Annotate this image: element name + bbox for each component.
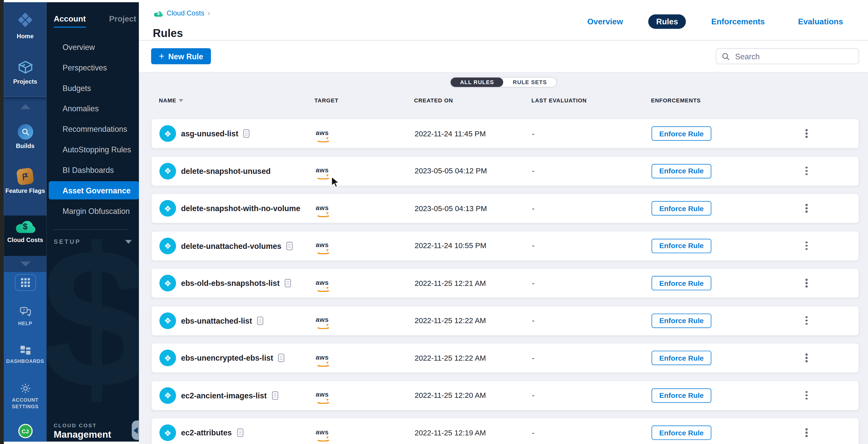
rail-item-home[interactable]: ❖ Home — [4, 11, 46, 39]
setup-section-toggle[interactable]: SETUP — [54, 238, 132, 245]
row-menu-button[interactable] — [798, 428, 815, 437]
rule-doc-icon[interactable] — [278, 354, 285, 362]
rail-collapse-section[interactable] — [4, 96, 46, 117]
sidebar-item-anomalies[interactable]: Anomalies — [46, 98, 139, 119]
collapse-up-icon — [20, 104, 30, 109]
rail-item-dashboards[interactable]: DASHBOARDS — [4, 345, 46, 365]
search-box — [716, 48, 859, 64]
aws-logo-icon: aws — [315, 167, 330, 177]
rule-name-cell: ❖ delete-unattached-volumes — [152, 237, 315, 254]
enforce-rule-button[interactable]: Enforce Rule — [652, 238, 712, 253]
builds-icon — [18, 124, 33, 140]
sidebar-item-autostopping-rules[interactable]: AutoStopping Rules — [46, 139, 139, 160]
table-row[interactable]: ❖ delete-unattached-volumes aws 2022-11-… — [151, 231, 859, 261]
rule-name: ebs-old-ebs-snapshots-list — [181, 279, 280, 288]
enforce-cell: Enforce Rule — [652, 388, 798, 403]
enforce-rule-button[interactable]: Enforce Rule — [652, 388, 712, 403]
rule-doc-icon[interactable] — [257, 316, 264, 325]
row-menu-button[interactable] — [798, 241, 815, 250]
ccm-sidebar: $ AccountProject OverviewPerspectivesBud… — [46, 2, 139, 442]
enforce-rule-button[interactable]: Enforce Rule — [652, 164, 712, 178]
new-rule-button[interactable]: + New Rule — [151, 48, 211, 64]
table-row[interactable]: ❖ ebs-old-ebs-snapshots-list aws 2022-11… — [151, 268, 859, 298]
table-header-row: NAME TARGET CREATED ON LAST EVALUATION E… — [151, 97, 859, 103]
table-row[interactable]: ❖ delete-snapshot-unused aws 2023-05-05 … — [151, 156, 859, 186]
enforce-cell: Enforce Rule — [652, 351, 798, 365]
rule-doc-icon[interactable] — [243, 129, 250, 138]
sidebar-item-perspectives[interactable]: Perspectives — [46, 57, 139, 78]
table-row[interactable]: ❖ asg-unused-list aws 2022-11-24 11:45 P… — [151, 119, 859, 149]
last-evaluation-cell: - — [532, 241, 652, 250]
rule-doc-icon[interactable] — [237, 428, 243, 437]
row-menu-button[interactable] — [798, 316, 815, 325]
last-evaluation-cell: - — [532, 129, 652, 138]
rail-item-account-settings[interactable]: ACCOUNT SETTINGS — [4, 383, 46, 410]
sidebar-item-recommendations[interactable]: Recommendations — [46, 119, 139, 139]
scope-tab-project[interactable]: Project — [109, 14, 136, 28]
rail-item-label: Cloud Costs — [7, 237, 43, 243]
user-avatar[interactable]: CJ — [4, 424, 46, 438]
search-icon — [722, 53, 730, 60]
enforce-rule-button[interactable]: Enforce Rule — [652, 201, 712, 216]
rail-item-builds[interactable]: Builds — [4, 124, 46, 149]
module-switcher-button[interactable] — [15, 274, 36, 291]
aws-logo-text: aws — [316, 205, 329, 211]
rule-doc-icon[interactable] — [272, 391, 278, 399]
row-menu-button[interactable] — [798, 129, 815, 138]
row-menu-button[interactable] — [798, 167, 815, 175]
created-on-cell: 2022-11-25 12:20 AM — [414, 391, 532, 399]
rail-item-help[interactable]: ? HELP — [4, 306, 46, 327]
table-row[interactable]: ❖ ebs-unencrypted-ebs-list aws 2022-11-2… — [151, 343, 859, 373]
tab-rules[interactable]: Rules — [648, 14, 686, 29]
sidebar-item-bi-dashboards[interactable]: BI Dashboards — [46, 160, 139, 180]
aws-swoosh — [315, 286, 329, 289]
toggle-rule-sets[interactable]: RULE SETS — [503, 78, 556, 87]
breadcrumb-link-cloud-costs[interactable]: Cloud Costs — [166, 9, 204, 17]
tab-overview[interactable]: Overview — [580, 14, 631, 29]
row-menu-button[interactable] — [798, 204, 815, 213]
collapse-down-icon — [20, 262, 30, 267]
rule-icon: ❖ — [159, 125, 176, 142]
aws-logo-text: aws — [316, 317, 329, 323]
enforce-rule-button[interactable]: Enforce Rule — [652, 351, 712, 365]
sidebar-item-budgets[interactable]: Budgets — [46, 78, 139, 98]
rail-item-feature-flags[interactable]: Feature Flags — [4, 169, 46, 194]
rail-item-projects[interactable]: Projects — [4, 59, 46, 85]
rule-name: delete-snapshot-with-no-volume — [181, 204, 300, 213]
enforce-rule-button[interactable]: Enforce Rule — [652, 276, 712, 290]
enforce-rule-button[interactable]: Enforce Rule — [652, 313, 712, 328]
rule-name-cell: ❖ ebs-unattached-list — [152, 312, 315, 329]
sidebar-collapse-button[interactable] — [132, 420, 139, 440]
aws-swoosh — [315, 136, 329, 140]
enforce-cell: Enforce Rule — [652, 238, 798, 253]
rail-item-cloud-costs[interactable]: $ Cloud Costs — [4, 218, 46, 243]
sidebar-item-asset-governance[interactable]: Asset Governance — [49, 181, 139, 200]
row-menu-button[interactable] — [798, 391, 815, 399]
sidebar-item-overview[interactable]: Overview — [46, 36, 139, 57]
aws-logo-text: aws — [316, 354, 329, 360]
aws-logo-icon: aws — [315, 205, 330, 215]
table-row[interactable]: ❖ ec2-ancient-images-list aws 2022-11-25… — [151, 380, 859, 410]
rail-item-label: Feature Flags — [5, 187, 45, 194]
avatar-initials: CJ — [18, 424, 32, 438]
column-header-name[interactable]: NAME — [151, 97, 314, 103]
enforce-rule-button[interactable]: Enforce Rule — [652, 126, 712, 141]
row-menu-button[interactable] — [798, 279, 815, 287]
rule-doc-icon[interactable] — [286, 241, 293, 250]
module-rail: ❖ Home Projects Builds — [4, 2, 46, 442]
table-row[interactable]: ❖ delete-snapshot-with-no-volume aws 202… — [151, 194, 859, 223]
aws-logo-text: aws — [316, 279, 329, 286]
enforce-rule-button[interactable]: Enforce Rule — [652, 425, 712, 440]
rule-doc-icon[interactable] — [285, 279, 291, 288]
rail-collapse-down[interactable] — [4, 256, 46, 272]
row-menu-button[interactable] — [798, 354, 815, 362]
table-row[interactable]: ❖ ebs-unattached-list aws 2022-11-25 12:… — [151, 306, 859, 335]
tab-evaluations[interactable]: Evaluations — [790, 14, 851, 29]
table-row[interactable]: ❖ ec2-attributes aws 2022-11-25 12:19 AM… — [151, 418, 859, 444]
search-input[interactable] — [734, 51, 853, 61]
tab-enforcements[interactable]: Enforcements — [704, 14, 773, 29]
scope-tab-account[interactable]: Account — [54, 14, 86, 28]
toggle-all-rules[interactable]: ALL RULES — [451, 78, 503, 87]
sidebar-item-margin-obfuscation[interactable]: Margin Obfuscation — [46, 201, 139, 221]
breadcrumb: $ Cloud Costs › — [153, 9, 210, 17]
